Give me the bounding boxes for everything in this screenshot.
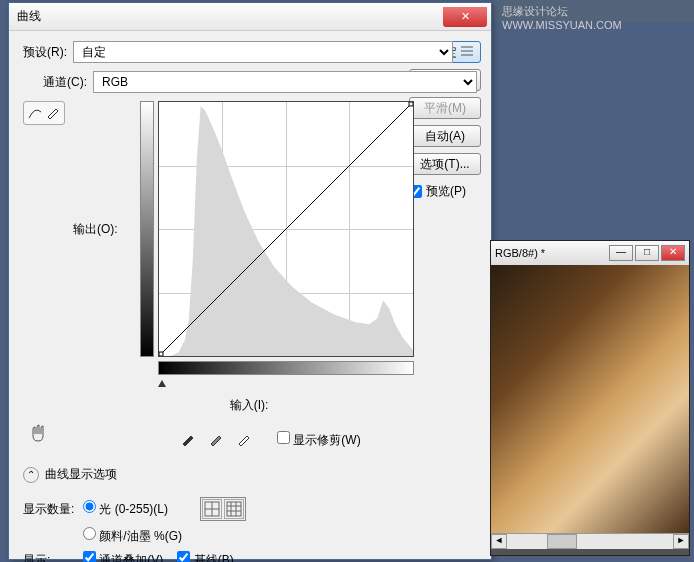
display-options: 显示数量: 光 (0-255)(L) 颜料/油墨 %(G) 显示: 通道叠加(V… (23, 497, 477, 562)
curve-tool-icon[interactable] (26, 104, 44, 122)
channel-select[interactable]: RGB (93, 71, 477, 93)
preset-label: 预设(R): (23, 44, 67, 61)
output-label: 输出(O): (73, 221, 118, 238)
grid-size-icons (200, 497, 246, 521)
svg-marker-6 (158, 380, 166, 387)
curves-area: 输出(O): (23, 101, 477, 414)
pigment-radio[interactable] (83, 527, 96, 540)
close-button[interactable]: ✕ (443, 7, 487, 27)
graph-wrap: 输入(I): (140, 101, 414, 414)
horizontal-scrollbar[interactable]: ◄ ► (491, 533, 689, 549)
y-gradient (140, 101, 154, 357)
show-clip-checkbox[interactable] (277, 431, 290, 444)
output-axis: 输出(O): (73, 101, 120, 414)
amount-radio-group: 光 (0-255)(L) (83, 500, 180, 518)
x-gradient (158, 361, 414, 375)
grid-small-icon[interactable] (202, 499, 222, 519)
curve-mode-tools (23, 101, 65, 125)
eyedropper-tools: 显示修剪(W) (179, 430, 361, 450)
light-radio[interactable] (83, 500, 96, 513)
minimize-button[interactable]: — (609, 245, 633, 261)
curves-graph[interactable] (158, 101, 414, 357)
grid-large-icon[interactable] (224, 499, 244, 519)
show-clip-row: 显示修剪(W) (277, 431, 361, 449)
channel-label: 通道(C): (43, 74, 87, 91)
preset-row: 预设(R): 自定 (23, 41, 477, 63)
show-amount-label: 显示数量: (23, 501, 83, 518)
expand-label: 曲线显示选项 (45, 466, 117, 483)
scroll-thumb[interactable] (547, 534, 577, 549)
curves-dialog: 曲线 ✕ 确定 取消 平滑(M) 自动(A) 选项(T)... 预览(P) 预设… (8, 2, 492, 560)
curve-tools (23, 101, 73, 414)
expand-row: ⌃ 曲线显示选项 (23, 466, 477, 483)
svg-rect-4 (159, 352, 163, 356)
image-window: RGB/8#) * — □ ✕ ◄ ► (490, 240, 690, 556)
white-point-dropper-icon[interactable] (235, 430, 255, 450)
hand-tool-icon[interactable] (27, 422, 49, 447)
gray-point-dropper-icon[interactable] (207, 430, 227, 450)
overlay-checkbox[interactable] (83, 551, 96, 562)
show-clip-label: 显示修剪(W) (293, 433, 360, 447)
input-label: 输入(I): (230, 397, 414, 414)
dialog-titlebar: 曲线 ✕ (9, 3, 491, 31)
collapse-icon[interactable]: ⌃ (23, 467, 39, 483)
svg-line-3 (159, 102, 413, 356)
channel-row: 通道(C): RGB (43, 71, 477, 93)
image-title: RGB/8#) * (495, 247, 545, 259)
black-point-dropper-icon[interactable] (179, 430, 199, 450)
show-row: 显示: 通道叠加(V) 基线(B) (23, 551, 477, 562)
preset-menu-icon[interactable] (459, 43, 477, 61)
pencil-tool-icon[interactable] (44, 104, 62, 122)
image-close-button[interactable]: ✕ (661, 245, 685, 261)
background-header: 思缘设计论坛 WWW.MISSYUAN.COM (494, 0, 694, 22)
baseline-checkbox[interactable] (177, 551, 190, 562)
svg-rect-5 (409, 102, 413, 106)
scroll-right-icon[interactable]: ► (673, 534, 689, 549)
dialog-title: 曲线 (17, 8, 443, 25)
image-titlebar: RGB/8#) * — □ ✕ (491, 241, 689, 265)
show-label: 显示: (23, 552, 83, 563)
maximize-button[interactable]: □ (635, 245, 659, 261)
preset-select[interactable]: 自定 (73, 41, 453, 63)
image-canvas[interactable] (491, 265, 689, 533)
pigment-row: 颜料/油墨 %(G) (83, 527, 477, 545)
svg-rect-10 (227, 502, 241, 516)
show-amount-row: 显示数量: 光 (0-255)(L) (23, 497, 477, 521)
dialog-content: 预设(R): 自定 通道(C): RGB 输出(O): (9, 31, 491, 562)
scroll-left-icon[interactable]: ◄ (491, 534, 507, 549)
curve-line (159, 102, 413, 356)
